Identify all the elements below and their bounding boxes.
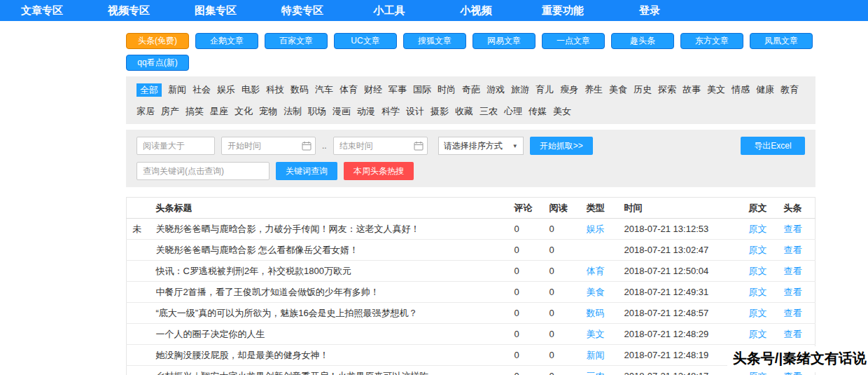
category-link[interactable]: 家居	[136, 105, 155, 117]
category-link[interactable]: 体育	[340, 83, 358, 97]
keyword-search-button[interactable]: 关键词查询	[276, 162, 337, 180]
row-comments: 0	[509, 345, 544, 366]
category-link[interactable]: 游戏	[486, 83, 505, 97]
category-link[interactable]: 电影	[241, 83, 260, 97]
keyword-input[interactable]	[136, 162, 270, 180]
calendar-icon[interactable]	[302, 141, 312, 151]
category-link[interactable]: 科技	[266, 83, 284, 97]
category-link[interactable]: 摄影	[430, 105, 449, 117]
category-link[interactable]: 美文	[707, 83, 725, 97]
type-link[interactable]: 美食	[587, 287, 605, 297]
view-link[interactable]: 查看	[784, 329, 802, 339]
sort-select[interactable]: 请选择排序方式 ▼	[438, 137, 524, 155]
category-link[interactable]: 瘦身	[560, 83, 578, 97]
category-link[interactable]: 心理	[504, 105, 522, 117]
category-link[interactable]: 新闻	[168, 83, 186, 97]
source-button[interactable]: 企鹅文章	[195, 33, 258, 49]
category-link[interactable]: 漫画	[332, 105, 351, 117]
category-link[interactable]: 动漫	[357, 105, 375, 117]
export-excel-button[interactable]: 导出Excel	[741, 137, 805, 155]
category-link[interactable]: 收藏	[455, 105, 473, 117]
type-link[interactable]: 三农	[587, 371, 605, 375]
category-link[interactable]: 房产	[161, 105, 179, 117]
source-button[interactable]: 凤凰文章	[750, 33, 813, 49]
row-comments: 0	[509, 366, 544, 375]
category-link[interactable]: 星座	[210, 105, 228, 117]
category-link[interactable]: 职场	[308, 105, 326, 117]
category-link[interactable]: 旅游	[511, 83, 529, 97]
category-link[interactable]: 情感	[732, 83, 750, 97]
type-link[interactable]: 体育	[587, 266, 605, 276]
calendar-icon[interactable]	[414, 141, 424, 151]
type-link[interactable]: 美文	[587, 329, 605, 339]
category-link[interactable]: 奇葩	[462, 83, 480, 97]
category-link[interactable]: 汽车	[315, 83, 333, 97]
category-link[interactable]: 财经	[364, 83, 382, 97]
nav-item[interactable]: 特卖专区	[271, 4, 334, 18]
source-button[interactable]: 网易文章	[472, 33, 536, 49]
category-link[interactable]: 故事	[682, 83, 701, 97]
table-header-row: 头条标题 评论 阅读 类型 时间 原文 头条	[127, 198, 816, 219]
nav-item[interactable]: 视频专区	[97, 4, 160, 18]
nav-item[interactable]: 重要功能	[531, 4, 594, 18]
type-link[interactable]: 娱乐	[587, 224, 605, 234]
source-button[interactable]: qq看点(新)	[126, 55, 189, 71]
source-button[interactable]: 头条(免费)	[126, 33, 189, 49]
category-link[interactable]: 国际	[413, 83, 431, 97]
category-link[interactable]: 搞笑	[186, 105, 204, 117]
nav-item[interactable]: 登录	[618, 4, 681, 18]
source-link[interactable]: 原文	[749, 287, 767, 297]
category-link[interactable]: 传媒	[528, 105, 547, 117]
view-link[interactable]: 查看	[784, 266, 802, 276]
source-button[interactable]: UC文章	[334, 33, 397, 49]
category-link[interactable]: 时尚	[438, 83, 456, 97]
category-link[interactable]: 三农	[479, 105, 498, 117]
nav-item[interactable]: 文章专区	[10, 4, 74, 18]
header-comments: 评论	[509, 198, 544, 219]
source-link[interactable]: 原文	[749, 329, 767, 339]
category-link[interactable]: 文化	[234, 105, 253, 117]
weekly-hot-search-button[interactable]: 本周头条热搜	[344, 162, 414, 180]
nav-item[interactable]: 小工具	[358, 4, 421, 18]
view-link[interactable]: 查看	[784, 245, 802, 255]
category-link[interactable]: 宠物	[259, 105, 277, 117]
filter-panel: .. 请选择排序方式 ▼ 开始抓取>> 导出Excel 关键词查询 本周头条热搜	[126, 130, 816, 187]
view-link[interactable]: 查看	[784, 287, 802, 297]
source-button[interactable]: 百家文章	[265, 33, 328, 49]
category-link[interactable]: 全部	[136, 83, 162, 97]
category-link[interactable]: 社会	[192, 83, 211, 97]
source-button[interactable]: 东方文章	[680, 33, 743, 49]
source-link[interactable]: 原文	[749, 245, 767, 255]
category-link[interactable]: 法制	[284, 105, 302, 117]
source-button[interactable]: 搜狐文章	[403, 33, 466, 49]
category-link[interactable]: 军事	[388, 83, 407, 97]
category-link[interactable]: 设计	[406, 105, 424, 117]
source-button[interactable]: 趣头条	[611, 33, 674, 49]
category-link[interactable]: 娱乐	[217, 83, 235, 97]
category-link[interactable]: 科学	[382, 105, 400, 117]
category-link[interactable]: 美食	[609, 83, 627, 97]
view-link[interactable]: 查看	[784, 308, 802, 318]
category-link[interactable]: 教育	[780, 83, 799, 97]
category-link[interactable]: 健康	[756, 83, 774, 97]
start-crawl-button[interactable]: 开始抓取>>	[530, 137, 593, 155]
type-link[interactable]: 数码	[587, 308, 605, 318]
category-link[interactable]: 探索	[658, 83, 676, 97]
source-button[interactable]: 一点文章	[542, 33, 605, 49]
source-link[interactable]: 原文	[749, 266, 767, 276]
category-link[interactable]: 育儿	[536, 83, 554, 97]
view-link[interactable]: 查看	[784, 224, 802, 234]
category-link[interactable]: 数码	[290, 83, 309, 97]
type-link[interactable]: 新闻	[587, 350, 605, 360]
source-link[interactable]: 原文	[749, 224, 767, 234]
category-link[interactable]: 美女	[553, 105, 571, 117]
nav-item[interactable]: 图集专区	[184, 4, 247, 18]
read-count-input[interactable]	[136, 137, 215, 155]
source-link[interactable]: 原文	[749, 308, 767, 318]
row-title: 中餐厅2首播，看了王俊凯才知道会做饭的少年有多帅！	[148, 282, 509, 303]
nav-item[interactable]: 小视频	[444, 4, 507, 18]
row-title: 乡村振兴｜翔安大宅火龙果创新创意季开启！火龙果原来可以这样吃	[148, 366, 509, 375]
category-link[interactable]: 历史	[634, 83, 652, 97]
category-link[interactable]: 养生	[584, 83, 603, 97]
start-time-field	[221, 137, 316, 155]
